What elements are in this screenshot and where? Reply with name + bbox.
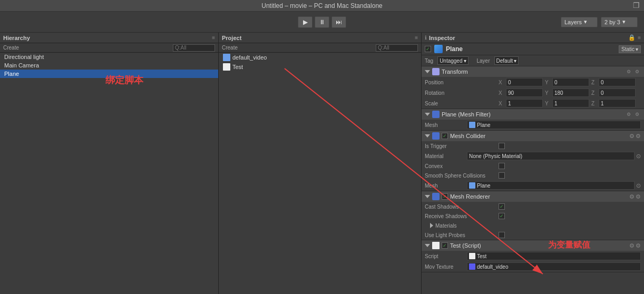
transform-icon — [432, 68, 440, 75]
scale-x-input[interactable]: 1 — [506, 99, 543, 107]
mesh-filter-header[interactable]: Plane (Mesh Filter) ⚙ ⚙ — [422, 109, 644, 120]
collider-mesh-value[interactable]: Plane — [467, 181, 635, 190]
tag-dropdown-arrow: ▾ — [464, 58, 466, 64]
hierarchy-header: Hierarchy ≡ — [0, 33, 218, 43]
project-title: Project — [222, 35, 241, 41]
test-script-settings-icon2[interactable]: ⚙ — [636, 242, 641, 249]
convex-checkbox[interactable] — [499, 163, 505, 169]
hierarchy-create-btn[interactable]: Create — [3, 45, 19, 51]
rotation-label: Rotation — [425, 90, 499, 96]
collider-mesh-row: Mesh Plane ⊙ — [422, 180, 644, 191]
mesh-renderer-icon — [432, 193, 440, 200]
mesh-renderer-header[interactable]: Mesh Renderer ⚙ ⚙ — [422, 191, 644, 202]
hierarchy-search-input[interactable] — [173, 44, 215, 52]
mesh-collider-icon — [432, 132, 440, 140]
script-file-icon — [223, 63, 230, 71]
transform-settings-icon2[interactable]: ⚙ — [633, 68, 641, 75]
pause-button[interactable]: ⏸ — [315, 16, 329, 28]
mov-texture-value[interactable]: default_video — [467, 262, 641, 271]
use-light-probes-label: Use Light Probes — [425, 232, 499, 238]
project-panel: Project ≡ Create default_video Test — [219, 33, 422, 294]
materials-label[interactable]: Materials — [435, 223, 509, 229]
receive-shadows-label: Receive Shadows — [425, 213, 499, 219]
hierarchy-header-icons: ≡ — [212, 35, 215, 41]
materials-row: Materials — [422, 221, 644, 230]
project-item-default-video[interactable]: default_video — [219, 53, 421, 62]
layers-dropdown[interactable]: Layers ▾ — [561, 17, 598, 27]
title-bar: Untitled – movie – PC and Mac Standalone… — [0, 0, 644, 12]
collider-mesh-add-btn[interactable]: ⊙ — [636, 182, 641, 189]
project-search-input[interactable] — [376, 44, 418, 52]
mesh-filter-settings-icon2[interactable]: ⚙ — [633, 111, 641, 118]
scale-z-input[interactable]: 1 — [599, 99, 636, 107]
cast-shadows-row: Cast Shadows — [422, 202, 644, 211]
smooth-sphere-checkbox[interactable] — [499, 172, 505, 179]
title-text: Untitled – movie – PC and Mac Standalone — [261, 2, 382, 9]
tag-select[interactable]: Untagged ▾ — [437, 56, 468, 65]
hierarchy-item-directional-light[interactable]: Directional light — [0, 53, 218, 61]
collider-mesh-icon — [469, 182, 475, 189]
transform-header[interactable]: Transform ⚙ ⚙ — [422, 66, 644, 77]
layout-chevron: ▾ — [622, 18, 626, 25]
material-add-btn[interactable]: ⊙ — [636, 153, 641, 160]
mesh-collider-settings-icon2[interactable]: ⚙ — [636, 133, 641, 140]
window-controls[interactable]: ❐ — [633, 1, 640, 9]
static-badge[interactable]: Static ▾ — [619, 45, 641, 53]
use-light-probes-checkbox[interactable] — [499, 232, 505, 238]
inspector-menu-icon: ≡ — [638, 35, 641, 41]
cast-shadows-checkbox[interactable] — [499, 203, 505, 210]
rot-z-input[interactable]: 0 — [599, 89, 636, 97]
play-button[interactable]: ▶ — [298, 16, 313, 28]
is-trigger-checkbox[interactable] — [499, 143, 505, 149]
material-value[interactable]: None (Physic Material) — [467, 152, 635, 160]
project-header-icons: ≡ — [415, 35, 418, 41]
test-script-expand-icon — [425, 244, 430, 247]
pos-x-input[interactable]: 0 — [506, 78, 543, 86]
receive-shadows-checkbox[interactable] — [499, 213, 505, 219]
mov-texture-icon — [469, 263, 475, 270]
mesh-renderer-settings-icon2[interactable]: ⚙ — [636, 193, 641, 200]
object-active-checkbox[interactable] — [425, 46, 431, 52]
rot-x-input[interactable]: 90 — [506, 89, 543, 97]
pos-z-input[interactable]: 0 — [599, 78, 636, 86]
rot-y-label: Y — [545, 90, 551, 96]
static-dropdown-arrow[interactable]: ▾ — [636, 46, 638, 52]
test-script-settings-icon1[interactable]: ⚙ — [629, 242, 635, 249]
transform-settings-icon1[interactable]: ⚙ — [625, 68, 632, 75]
mesh-renderer-settings-icon1[interactable]: ⚙ — [629, 193, 635, 200]
mesh-renderer-enabled-checkbox[interactable] — [442, 193, 448, 200]
test-script-section: Test (Script) ⚙ ⚙ Script Test Mov Textur… — [422, 240, 644, 272]
step-button[interactable]: ⏭ — [331, 16, 346, 28]
inspector-lock-icon[interactable]: 🔒 — [628, 34, 636, 41]
layout-dropdown[interactable]: 2 by 3 ▾ — [601, 17, 638, 27]
mesh-collider-header[interactable]: Mesh Collider ⚙ ⚙ — [422, 131, 644, 141]
project-item-test[interactable]: Test — [219, 62, 421, 72]
collider-mesh-label: Mesh — [425, 183, 467, 189]
hierarchy-item-plane[interactable]: Plane — [0, 70, 218, 78]
test-script-header[interactable]: Test (Script) ⚙ ⚙ — [422, 240, 644, 251]
pos-y-input[interactable]: 0 — [552, 78, 589, 86]
scale-y-input[interactable]: 1 — [552, 99, 589, 107]
mesh-filter-expand-icon — [425, 113, 430, 116]
materials-expand-icon — [430, 223, 433, 228]
position-label: Position — [425, 80, 499, 85]
rot-y-input[interactable]: 180 — [552, 89, 589, 97]
hierarchy-item-main-camera[interactable]: Main Camera — [0, 61, 218, 70]
smooth-sphere-label: Smooth Sphere Collisions — [425, 173, 499, 179]
mesh-filter-settings-icon1[interactable]: ⚙ — [625, 111, 632, 118]
test-script-enabled-checkbox[interactable] — [442, 242, 448, 249]
layers-chevron: ▾ — [584, 18, 587, 25]
mesh-filter-mesh-value[interactable]: Plane — [467, 121, 641, 129]
scale-row: Scale X 1 Y 1 Z 1 — [422, 98, 644, 109]
hierarchy-panel: Hierarchy ≡ Create Directional light Mai… — [0, 33, 219, 294]
mesh-collider-enabled-checkbox[interactable] — [442, 133, 448, 139]
layer-select[interactable]: Default ▾ — [494, 56, 519, 65]
mesh-filter-mesh-row: Mesh Plane — [422, 120, 644, 130]
project-create-btn[interactable]: Create — [222, 45, 238, 51]
pos-y-label: Y — [545, 80, 551, 85]
mesh-filter-icon — [432, 111, 440, 118]
transform-title: Transform — [442, 68, 468, 75]
mesh-collider-settings-icon1[interactable]: ⚙ — [629, 133, 635, 140]
project-header: Project ≡ — [219, 33, 421, 43]
script-field-value[interactable]: Test — [467, 252, 641, 260]
